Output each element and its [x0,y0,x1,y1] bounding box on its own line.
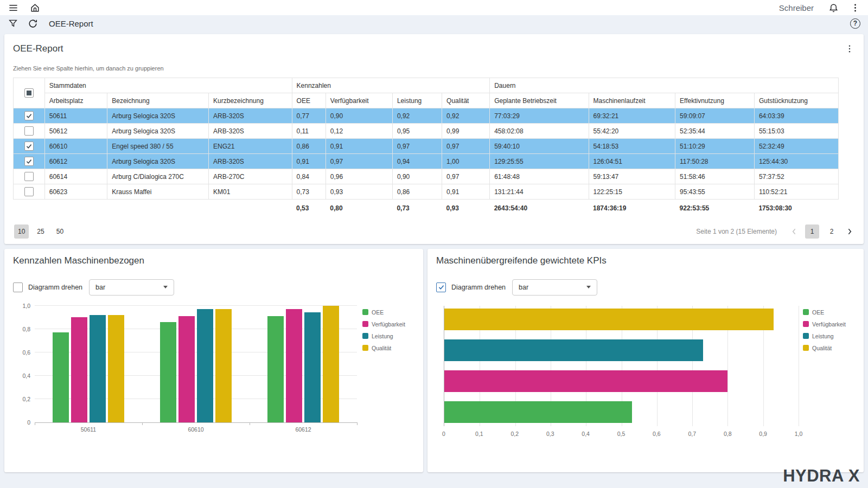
column-header[interactable]: Maschinenlaufzeit [589,93,675,108]
page-title: OEE-Report [49,19,93,28]
select-all-checkbox[interactable] [24,88,34,98]
table-cell: 54:18:53 [589,139,675,154]
y-axis-tick-label: 0,2 [13,396,30,402]
legend-item[interactable]: OEE [803,309,855,316]
total-value: 2643:54:40 [490,200,589,217]
row-checkbox[interactable] [24,157,34,166]
horizontal-bar-plot [444,306,799,426]
y-axis-tick-label: 0,4 [13,373,30,378]
table-cell: 51:58:46 [675,169,755,184]
x-axis-tick-label: 0,4 [582,431,590,436]
x-axis-category-label: 60612 [250,427,357,432]
chart-type-select[interactable]: bar [512,279,597,296]
next-page-icon[interactable] [845,227,854,236]
bar-group [160,306,232,422]
column-header[interactable]: Verfügbarkeit [326,93,392,108]
legend-item[interactable]: Leistung [803,333,855,339]
x-axis-category-label: 60610 [142,427,250,432]
row-checkbox[interactable] [24,187,34,196]
bar-verfügbarkeit [286,309,302,422]
x-axis-categories: 506116061060612 [35,427,357,432]
legend-item[interactable]: Qualität [362,345,414,351]
table-cell: 60612 [44,154,107,169]
user-name[interactable]: Schreiber [779,3,814,12]
row-checkbox[interactable] [24,142,34,151]
band-header: Kennzahlen [292,78,490,93]
legend-item[interactable]: Verfügbarkeit [362,321,414,328]
menu-icon[interactable] [8,2,18,13]
chart-type-select[interactable]: bar [89,279,174,296]
page-size-button[interactable]: 50 [53,224,67,239]
row-checkbox[interactable] [24,126,34,136]
column-header[interactable]: Bezeichnung [107,93,209,108]
table-cell: KM01 [209,184,292,200]
table-row[interactable]: 60614Arburg C/Dialogica 270CARB-270C0,84… [14,169,839,184]
table-cell: 61:48:48 [490,169,589,184]
more-options-kebab-icon[interactable] [850,2,860,13]
bar-qualität [323,306,339,422]
page-number-button[interactable]: 2 [825,224,839,239]
row-checkbox[interactable] [24,172,34,181]
legend-swatch [803,309,809,315]
column-header[interactable]: Gutstücknutzung [754,93,838,108]
vertical-bar-plot: 00,20,40,60,81,0 [35,306,357,423]
legend-item[interactable]: OEE [362,309,414,316]
oee-report-page: { "topbar": { "user": "Schreiber" }, "to… [0,0,868,488]
table-cell: 0,86 [292,139,326,154]
column-header[interactable]: Qualität [442,93,490,108]
row-checkbox[interactable] [24,111,34,120]
card-kebab-icon[interactable] [844,43,855,54]
rotate-chart-checkbox[interactable] [13,282,23,292]
bar-oee [160,322,176,422]
filter-icon[interactable] [8,18,18,29]
bar-qualität [215,309,232,422]
app-header: Schreiber [0,0,868,15]
total-value: 922:53:55 [675,200,755,217]
rotate-chart-checkbox[interactable] [436,282,446,292]
total-value: 1874:36:19 [589,200,675,217]
x-axis-tick-label: 1,0 [795,431,803,436]
table-cell: 0,86 [392,184,442,200]
column-header[interactable]: Kurzbezeichnung [209,93,292,108]
group-panel-hint[interactable]: Ziehen Sie eine Spalte hierhin, um danac… [13,65,855,72]
page-number-button[interactable]: 1 [805,224,819,239]
page-size-button[interactable]: 10 [14,224,29,239]
table-row[interactable]: 50612Arburg Selogica 320SARB-320S0,110,1… [14,124,839,139]
refresh-icon[interactable] [27,18,38,29]
bar-verfügbarkeit [71,317,87,422]
bar-oee [444,401,632,423]
rotate-chart-label: Diagramm drehen [451,284,506,291]
totals-row: 0,530,800,730,932643:54:401874:36:19922:… [14,200,839,217]
legend-swatch [362,309,368,315]
column-header[interactable]: Effektivnutzung [675,93,755,108]
table-cell: 60623 [44,184,107,200]
table-cell: 0,97 [442,169,490,184]
total-value: 1753:08:30 [754,200,838,217]
table-cell: Krauss Maffei [107,184,209,200]
notifications-bell-icon[interactable] [828,2,839,13]
chevron-down-icon [163,286,168,288]
legend-item[interactable]: Verfügbarkeit [803,321,855,328]
table-cell: 0,95 [392,124,442,139]
bar-leistung [304,312,321,422]
x-axis-tick-label: 0,7 [688,431,696,436]
table-row[interactable]: 60612Arburg Selogica 320SARB-320S0,910,9… [14,154,839,169]
column-header[interactable]: Arbeitsplatz [44,93,107,108]
column-header[interactable]: Leistung [392,93,442,108]
home-icon[interactable] [29,2,40,13]
bar-oee [53,332,69,422]
table-row[interactable]: 50611Arburg Selogica 320SARB-320S0,770,9… [14,108,839,124]
column-header[interactable]: OEE [292,93,326,108]
legend-item[interactable]: Leistung [362,333,414,339]
prev-page-icon[interactable] [790,227,799,236]
right-chart-title: Maschinenübergreifende gewichtete KPIs [436,255,855,266]
table-row[interactable]: 60610Engel speed 380 / 55ENG210,860,910,… [14,139,839,154]
x-axis-tick-label: 0,5 [617,431,626,436]
page-size-button[interactable]: 25 [33,224,48,239]
legend-item[interactable]: Qualität [803,345,855,351]
table-row[interactable]: 60623Krauss MaffeiKM010,730,930,860,9113… [14,184,839,200]
help-icon[interactable]: ? [850,18,860,29]
column-header[interactable]: Geplante Betriebszeit [490,93,589,108]
chart-legend: OEEVerfügbarkeitLeistungQualität [803,306,855,439]
x-axis-tick-label: 0,2 [510,431,519,436]
